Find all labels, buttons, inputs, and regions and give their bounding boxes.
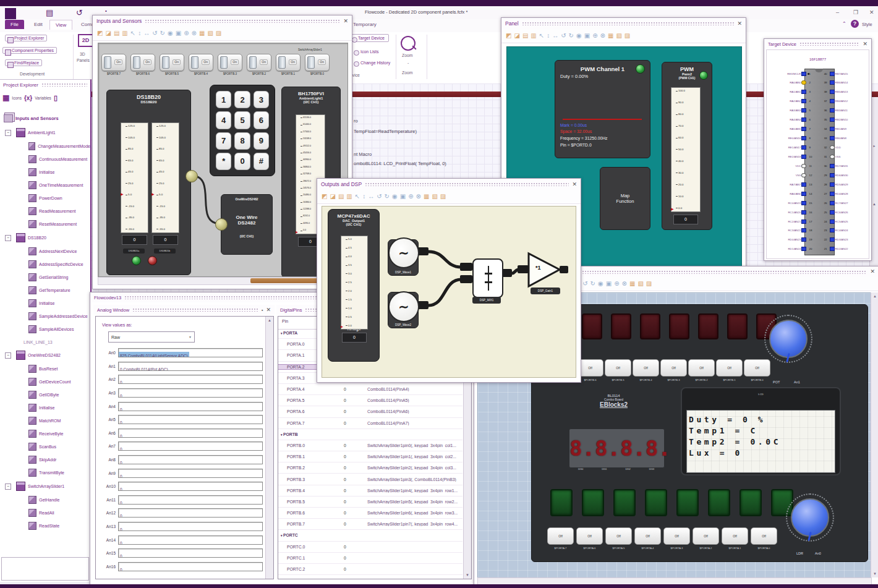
- pin-label-left[interactable]: RA3/AN3: [769, 109, 801, 112]
- pin-label-right[interactable]: RD2/AN22: [835, 247, 867, 250]
- analog-value-input[interactable]: 0: [118, 455, 263, 464]
- pin-label-left[interactable]: VSS: [769, 174, 801, 177]
- pwm-channel-block[interactable]: PWM Channel 1 Duty = 0.00% Mark = 0.00us…: [555, 60, 650, 158]
- tree-item[interactable]: ChangeMeasurementMode: [0, 140, 90, 153]
- pin-label-right[interactable]: RB5/AN13: [835, 90, 867, 93]
- pin-label-left[interactable]: RE0/AN16: [769, 137, 801, 140]
- pin-label-right[interactable]: RD3/AN23: [835, 238, 867, 241]
- keypad-key[interactable]: *: [216, 153, 231, 170]
- toolbar-icon[interactable]: ◩: [506, 33, 511, 39]
- pin-connector[interactable]: [830, 164, 835, 168]
- pin-label-right[interactable]: RB7/AN15: [835, 72, 867, 75]
- digital-pin-row[interactable]: PORTC.2 0: [278, 564, 462, 575]
- tree-item[interactable]: Initialise: [0, 166, 90, 179]
- toolbar-icon[interactable]: ▧: [207, 30, 213, 36]
- pin-label-right[interactable]: RB4/AN12: [835, 100, 867, 103]
- digital-pin-row[interactable]: PORTB.3 0 SwitchArraySlider1pin3(, Combo…: [278, 474, 462, 485]
- tab-edit[interactable]: Edit: [28, 20, 48, 29]
- scroll-down-icon[interactable]: ▼: [871, 572, 878, 576]
- wire-connector[interactable]: [185, 170, 198, 182]
- tab-temporary[interactable]: Temporary: [347, 20, 382, 29]
- toolbar-icon[interactable]: ▣: [176, 30, 181, 36]
- pin-connector[interactable]: [830, 72, 835, 76]
- tree-item[interactable]: LINK_LINE_13: [0, 336, 90, 348]
- tree-item[interactable]: OneTimeMeasurement: [0, 179, 90, 192]
- tree-item[interactable]: ReadAll: [0, 506, 90, 519]
- tree-item[interactable]: DS18B20: [0, 231, 90, 245]
- 3d-panel-label[interactable]: 3D: [80, 52, 85, 56]
- target-device-toggle[interactable]: Target Device: [349, 34, 389, 42]
- inputs-window-titlebar[interactable]: Inputs and Sensors ✕: [93, 15, 352, 27]
- keypad-key[interactable]: 6: [254, 111, 269, 129]
- tree-item[interactable]: BusReset: [0, 362, 90, 375]
- pin-connector[interactable]: [830, 247, 835, 251]
- analog-scrollbar[interactable]: ▲: [265, 317, 273, 579]
- variables-tab-label[interactable]: Variables: [35, 96, 51, 100]
- digital-pin-row[interactable]: PORTA.5 0 ComboBL0114(PinA5): [278, 395, 462, 406]
- close-icon[interactable]: ✕: [737, 21, 742, 27]
- pin-connector[interactable]: [830, 210, 835, 215]
- scroll-down-icon[interactable]: ▼: [464, 573, 471, 577]
- pin-label-right[interactable]: RC7/AN27: [835, 202, 867, 205]
- pin-connector[interactable]: [830, 237, 835, 242]
- component-properties-button[interactable]: Component Properties: [2, 47, 57, 54]
- save-icon[interactable]: ▤: [46, 9, 53, 17]
- pin-label-right[interactable]: RB1/AN9: [835, 127, 867, 130]
- icons-tab-icon[interactable]: ▦: [2, 93, 9, 102]
- board-push-button[interactable]: Off: [722, 527, 748, 545]
- ds18b20-slider-a[interactable]: 125.0105.085.065.045.025.05.0-15.0-35.0-…: [121, 122, 148, 233]
- tab-view[interactable]: View: [49, 20, 72, 30]
- ds18b20-slider-b[interactable]: 125.0105.085.065.045.025.05.0-15.0-35.0-…: [151, 122, 179, 233]
- panel-window-titlebar[interactable]: Panel ✕: [501, 18, 746, 29]
- pin-label-right[interactable]: RD4/AN28: [835, 192, 867, 195]
- pin-label-left[interactable]: RE1/AN17: [769, 146, 801, 149]
- tree-item[interactable]: ReceiveByte: [0, 427, 90, 440]
- pin-connector[interactable]: [801, 210, 806, 215]
- outputs-2d-canvas[interactable]: MCP47x6DAC DAC_Output1 (I2C CH1) 5.04.54…: [322, 206, 576, 378]
- digital-pin-row[interactable]: PORTB.6 0 SwitchArraySlider1pin6(, keypa…: [278, 508, 462, 519]
- target-window-titlebar[interactable]: Target Device ✕: [764, 39, 871, 49]
- change-history-toggle[interactable]: Change History: [354, 61, 390, 65]
- pin-label-left[interactable]: RA5/AN5: [769, 127, 801, 130]
- toolbar-icon[interactable]: ▦: [629, 281, 635, 287]
- toolbar-icon[interactable]: ↕: [547, 33, 550, 39]
- digital-pin-row[interactable]: PORTC.1 0: [278, 553, 462, 564]
- pin-label-left[interactable]: RA7/AN7: [769, 183, 801, 186]
- map-function-block[interactable]: Map Function: [600, 167, 650, 230]
- toolbar-icon[interactable]: ↖: [355, 194, 360, 200]
- pin-connector[interactable]: [801, 108, 806, 113]
- digital-pin-row[interactable]: PORTA.4 0 ComboBL0114(PinA4): [278, 384, 462, 395]
- pin-label-right[interactable]: VSS: [835, 155, 867, 158]
- analog-value-input[interactable]: 0: [118, 402, 263, 411]
- tree-item[interactable]: ContinuousMeasurement: [0, 153, 90, 166]
- inputs-horizontal-scrollbar[interactable]: [98, 277, 348, 285]
- help-icon[interactable]: ?: [851, 20, 859, 28]
- pin-connector[interactable]: [801, 90, 806, 94]
- toolbar-icon[interactable]: ◩: [97, 30, 103, 36]
- toolbar-icon[interactable]: ▦: [424, 194, 429, 200]
- pin-connector[interactable]: [830, 219, 835, 224]
- scrollbar-thumb[interactable]: [250, 278, 318, 283]
- outputs-window-titlebar[interactable]: Outputs and DSP ✕: [317, 179, 581, 190]
- pin-label-right[interactable]: VDD: [835, 146, 867, 149]
- pin-connector[interactable]: [830, 127, 835, 131]
- restore-icon[interactable]: ❐: [853, 9, 858, 15]
- pin-connector[interactable]: [830, 228, 835, 232]
- zoom-icon[interactable]: [401, 36, 416, 51]
- pin-connector[interactable]: [830, 136, 835, 140]
- close-icon[interactable]: ✕: [870, 269, 875, 275]
- pin-label-right[interactable]: RD6/AN30: [835, 174, 867, 177]
- toolbar-icon[interactable]: ▣: [606, 281, 612, 287]
- pin-connector[interactable]: [830, 192, 835, 196]
- tree-item[interactable]: ReadState: [0, 519, 90, 532]
- pin-label-right[interactable]: RD7/AN31: [835, 164, 867, 168]
- board-push-button[interactable]: Off: [688, 359, 715, 377]
- analog-value-input[interactable]: 825 ComboBL0114(LightSensor ADC): [118, 348, 263, 357]
- pin-connector[interactable]: [801, 219, 806, 224]
- digital-pin-row[interactable]: PORTB.0 0 SwitchArraySlider1pin0(, keypa…: [278, 440, 462, 451]
- pin-label-right[interactable]: RC6/AN26: [835, 211, 867, 214]
- toolbar-icon[interactable]: ↺: [582, 281, 587, 287]
- tree-item[interactable]: AmbientLight1: [0, 126, 90, 140]
- toolbar-icon[interactable]: ⊗: [600, 33, 605, 39]
- board-push-button[interactable]: Off: [751, 527, 777, 545]
